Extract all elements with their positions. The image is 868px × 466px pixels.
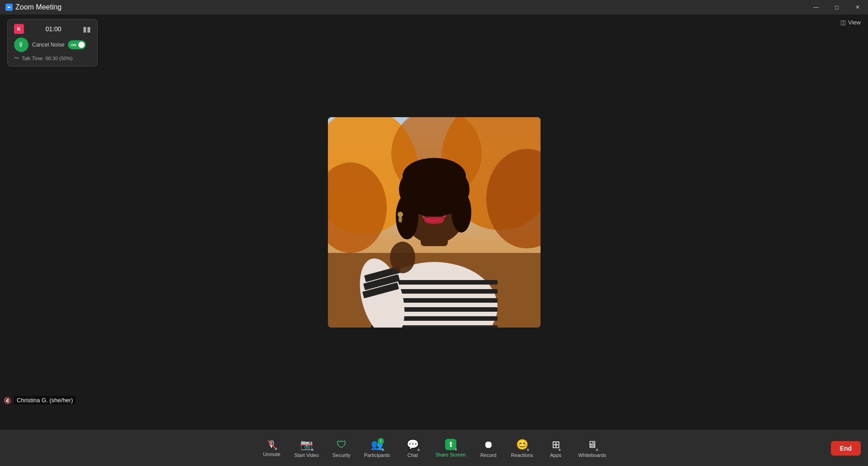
mini-panel: K 01:00 ▮▮ 🎙 Cancel Noise ON 〜 Talk Time… [7,19,98,67]
whiteboards-button[interactable]: 🖥 ▲ Whiteboards [572,435,613,461]
talk-time-label: Talk Time [22,56,43,61]
participants-count-badge: 1 [378,438,384,444]
cancel-noise-toggle[interactable]: ON [68,40,86,49]
svg-point-19 [390,242,415,273]
participants-chevron-icon[interactable]: ▲ [381,447,385,452]
apps-label: Apps [550,452,561,458]
panel-header: K 01:00 ▮▮ [14,24,91,34]
reactions-icon-wrapper: 😊 ▲ [516,439,528,451]
share-screen-icon: ⬆ [448,440,454,449]
mic-muted-icon-wrapper: 🎙 ▲ [267,439,276,450]
chat-chevron-icon[interactable]: ▲ [417,447,421,452]
mic-icon: 🎙 [18,41,24,48]
close-button[interactable]: ✕ [847,0,868,14]
svg-point-28 [424,217,444,224]
record-label: Record [480,452,496,458]
minimize-button[interactable]: — [806,0,826,14]
start-video-label: Start Video [294,452,319,458]
video-chevron-icon[interactable]: ▲ [310,447,314,452]
participants-button[interactable]: 👥 1 ▲ Participants [358,435,396,461]
maximize-button[interactable]: ◻ [826,0,847,14]
share-screen-label: Share Screen [435,452,465,457]
talk-time-value: 00:30 (50%) [45,56,72,61]
whiteboards-label: Whiteboards [579,452,607,458]
talk-time-row: 〜 Talk Time 00:30 (50%) [14,55,91,62]
video-container [328,117,541,328]
participants-icon-wrapper: 👥 1 ▲ [371,439,383,451]
svg-point-25 [403,158,466,194]
start-video-button[interactable]: 📷 ▲ Start Video [288,435,325,461]
meeting-timer: 01:00 [45,25,61,33]
chat-label: Chat [408,452,418,458]
record-icon-wrapper: ⏺ [484,439,493,451]
zoom-logo-icon [5,4,13,11]
end-button[interactable]: End [831,441,861,456]
security-icon-wrapper: 🛡 [337,439,346,451]
record-dot-icon: ⏺ [484,439,493,451]
security-button[interactable]: 🛡 Security [325,435,358,461]
unmute-chevron-icon[interactable]: ▲ [274,446,278,451]
cancel-noise-row: 🎙 Cancel Noise ON [14,38,91,52]
share-screen-icon-wrapper: ⬆ ▲ [445,439,456,450]
chat-icon-wrapper: 💬 ▲ [407,439,419,451]
participants-label: Participants [364,452,390,458]
view-button-label: View [848,19,861,26]
participant-video [328,117,541,328]
participant-name: Christina G. (she/her) [14,396,76,404]
video-off-icon-wrapper: 📷 ▲ [300,439,313,451]
waveform-icon: 〜 [14,55,19,62]
apps-chevron-icon[interactable]: ▲ [558,447,562,452]
panel-video-icon: ▮▮ [83,25,91,33]
muted-indicator-icon: 🔇 [4,397,11,404]
security-shield-icon: 🛡 [337,439,346,451]
record-button[interactable]: ⏺ Record [472,435,505,461]
participant-photo [328,117,541,328]
svg-point-27 [442,198,451,204]
svg-point-26 [417,200,427,206]
titlebar: Zoom Meeting — ◻ ✕ [0,0,868,14]
main-area: ◫ View K 01:00 ▮▮ 🎙 Cancel Noise ON 〜 Ta… [0,14,868,430]
whiteboards-chevron-icon[interactable]: ▲ [595,447,599,452]
share-screen-button[interactable]: ⬆ ▲ Share Screen [429,435,472,461]
window-controls: — ◻ ✕ [806,0,868,14]
mute-button-panel[interactable]: 🎙 [14,38,28,52]
chat-button[interactable]: 💬 ▲ Chat [396,435,429,461]
share-screen-chevron-icon[interactable]: ▲ [454,447,458,451]
view-button[interactable]: ◫ View [840,19,861,26]
apps-icon-wrapper: ⊞ ▲ [552,439,560,451]
svg-point-24 [451,192,471,233]
unmute-button[interactable]: 🎙 ▲ Unmute [256,436,288,461]
whiteboards-icon-wrapper: 🖥 ▲ [587,439,597,451]
toggle-on-text: ON [71,43,76,47]
apps-button[interactable]: ⊞ ▲ Apps [540,435,572,461]
security-label: Security [332,452,351,458]
reactions-label: Reactions [511,452,533,458]
reactions-chevron-icon[interactable]: ▲ [526,447,530,452]
unmute-label: Unmute [263,452,280,457]
toggle-thumb [78,42,85,48]
cancel-noise-label: Cancel Noise [32,42,64,48]
app-logo: Zoom Meeting [5,3,62,11]
panel-logo: K [14,24,24,34]
participant-name-tag: 🔇 Christina G. (she/her) [4,396,76,404]
svg-point-30 [398,216,402,223]
toolbar: 🎙 ▲ Unmute 📷 ▲ Start Video 🛡 Security 👥 … [0,430,868,466]
titlebar-text: Zoom Meeting [15,3,62,11]
reactions-button[interactable]: 😊 ▲ Reactions [505,435,540,461]
grid-view-icon: ◫ [840,19,846,26]
